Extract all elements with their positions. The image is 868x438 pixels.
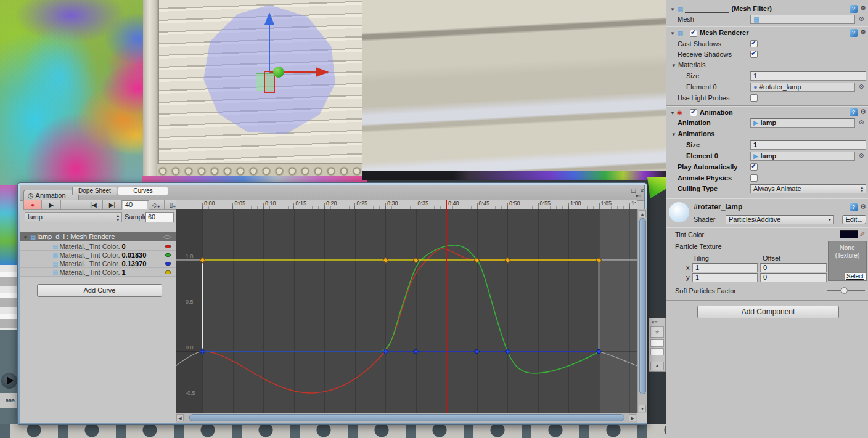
curve-property-row[interactable]: ▦Material._Tint Color.0.01830 [20, 251, 176, 259]
play-automatically-checkbox[interactable] [750, 163, 758, 171]
curve-color-dot[interactable] [165, 253, 171, 257]
ruler-label: 0:05 [235, 200, 246, 206]
texture-slot[interactable]: None (Texture) Select [828, 241, 867, 281]
animated-object-row[interactable]: ▼▦lamp_d_l : Mesh Rendere [20, 232, 176, 241]
context-menu-icon[interactable]: ▾≡ [636, 193, 641, 199]
help-icon[interactable]: ? [850, 29, 858, 37]
curve-property-row[interactable]: ▦Material._Tint Color.0 [20, 242, 176, 251]
mesh-object-field[interactable]: ▦ [750, 15, 855, 24]
scroll-down-icon[interactable]: ▼ [639, 405, 646, 412]
animation-clip-field[interactable]: ▶ lamp [750, 118, 855, 128]
help-icon[interactable]: ? [850, 203, 858, 211]
curve-color-dot[interactable] [165, 270, 171, 274]
gizmo-center-handle[interactable] [273, 67, 284, 78]
gear-icon[interactable]: ⚙ [860, 4, 866, 12]
horizontal-scroll-thumb[interactable] [189, 414, 624, 421]
curve-color-dot[interactable] [165, 245, 171, 248]
eyedropper-icon[interactable]: ✎ [859, 230, 865, 238]
culling-type-dropdown[interactable]: Always Animate▴▾ [750, 184, 866, 193]
texture-select-button[interactable]: Select [844, 272, 866, 280]
materials-foldout[interactable]: ▼ Materials [671, 60, 706, 70]
tab-curves[interactable]: Curves [118, 187, 168, 195]
curve-editor[interactable]: 1.00.50.0-0.5 [176, 209, 637, 413]
sample-field[interactable]: 60 [145, 212, 174, 222]
curve-color-dot[interactable] [165, 262, 171, 266]
tiling-y-field[interactable]: 1 [692, 273, 758, 282]
ruler-label: 0:15 [296, 200, 307, 206]
play-button[interactable]: ▶ [42, 200, 61, 210]
foldout-icon[interactable]: ▼ [671, 63, 676, 68]
texture-kind-label: (Texture) [835, 252, 859, 259]
offset-x-field[interactable]: 0 [760, 263, 827, 272]
foldout-icon[interactable]: ▼ [670, 7, 675, 12]
foldout-icon[interactable]: ▼ [23, 235, 28, 240]
material-object-field[interactable]: ● #rotater_lamp [750, 83, 855, 92]
animation-element0-field[interactable]: ▶ lamp [750, 152, 855, 161]
clip-name: lamp [761, 152, 777, 160]
object-picker-icon[interactable]: ⊙ [859, 83, 864, 90]
receive-shadows-checkbox[interactable] [750, 51, 758, 58]
mesh-filter-header[interactable]: ▼ ▦ (Mesh Filter) [670, 4, 772, 14]
use-light-probes-checkbox[interactable] [750, 94, 758, 102]
gear-icon[interactable]: ⚙ [860, 108, 866, 116]
gizmo-y-axis[interactable] [269, 23, 270, 73]
object-picker-icon[interactable]: ⊙ [859, 15, 864, 22]
horizontal-scrollbar[interactable]: ◀ ▶ [176, 413, 637, 423]
playhead-ruler-tick[interactable] [446, 200, 447, 209]
soft-particles-slider-thumb[interactable] [841, 287, 848, 294]
edit-shader-button[interactable]: Edit... [842, 215, 866, 224]
add-keyframe-button[interactable]: ◇+ [149, 200, 165, 210]
help-icon[interactable]: ? [850, 108, 858, 116]
shader-dropdown[interactable]: Particles/Additive▾ [726, 215, 834, 224]
vertical-scroll-thumb[interactable] [639, 218, 646, 394]
curve-green [202, 245, 599, 373]
mesh-renderer-header[interactable]: ▼ ▦ [670, 28, 683, 38]
cast-shadows-checkbox[interactable] [750, 40, 758, 47]
gear-icon[interactable]: ⚙ [860, 203, 866, 211]
scroll-left-icon[interactable]: ◀ [176, 414, 184, 421]
tiling-x-field[interactable]: 1 [692, 263, 758, 272]
next-key-button[interactable]: ▶| [103, 200, 122, 210]
materials-size-field[interactable]: 1 [750, 71, 866, 81]
animation-enabled-checkbox[interactable] [690, 109, 697, 116]
animate-physics-checkbox[interactable] [750, 174, 758, 182]
add-curve-button[interactable]: Add Curve [37, 284, 162, 297]
prev-key-button[interactable]: |◀ [84, 200, 103, 210]
gizmo-x-arrow-icon[interactable] [316, 67, 329, 77]
curve-toggle-oval-icon[interactable] [163, 235, 171, 239]
tint-color-swatch[interactable] [840, 230, 858, 238]
timeline-ruler[interactable]: 0:000:050:100:150:200:250:300:350:400:45… [176, 200, 637, 209]
dropdown-arrow-icon: ▾ [829, 216, 831, 224]
updown-icon: ▴▾ [117, 213, 119, 222]
add-component-button[interactable]: Add Component [697, 306, 839, 318]
mesh-renderer-enabled-checkbox[interactable] [690, 30, 697, 37]
animate-physics-label: Animate Physics [678, 174, 732, 183]
scroll-right-icon[interactable]: ▶ [629, 414, 636, 421]
animation-window: ◷Animation □ × ▾≡ ● ▶ |◀ ▶| 40 ◇+ ▯+ lam… [17, 182, 647, 425]
current-frame-field[interactable]: 40 [123, 200, 147, 209]
animation-header[interactable]: ▼ ◉ [670, 108, 682, 117]
animations-foldout[interactable]: ▼ Animations [671, 129, 714, 139]
foldout-icon[interactable]: ▼ [671, 132, 676, 137]
curve-property-row[interactable]: ▦Material._Tint Color.0.13970 [20, 259, 176, 268]
clip-dropdown[interactable]: lamp ▴▾ [25, 212, 122, 222]
curve-property-row[interactable]: ▦Material._Tint Color.1 [20, 268, 176, 277]
separator [666, 300, 868, 301]
material-preview-sphere[interactable] [669, 202, 689, 222]
object-picker-icon[interactable]: ⊙ [859, 119, 864, 126]
record-button[interactable]: ● [23, 200, 42, 210]
help-icon[interactable]: ? [850, 5, 858, 13]
animations-size-field[interactable]: 1 [750, 140, 866, 150]
tint-color-label: Tint Color [675, 230, 704, 240]
gear-icon[interactable]: ⚙ [860, 28, 866, 36]
object-picker-icon[interactable]: ⊙ [859, 152, 864, 159]
tab-dope-sheet[interactable]: Dope Sheet [72, 187, 117, 195]
scroll-up-icon[interactable]: ▲ [639, 210, 646, 217]
offset-y-field[interactable]: 0 [760, 273, 827, 282]
vertical-scrollbar[interactable]: ▲ ▼ [637, 209, 647, 413]
gizmo-y-arrow-icon[interactable] [264, 12, 274, 25]
material-name: #rotater_lamp [694, 203, 742, 212]
foldout-icon[interactable]: ▼ [670, 31, 675, 36]
playhead[interactable] [446, 209, 447, 413]
foldout-icon[interactable]: ▼ [670, 110, 675, 116]
